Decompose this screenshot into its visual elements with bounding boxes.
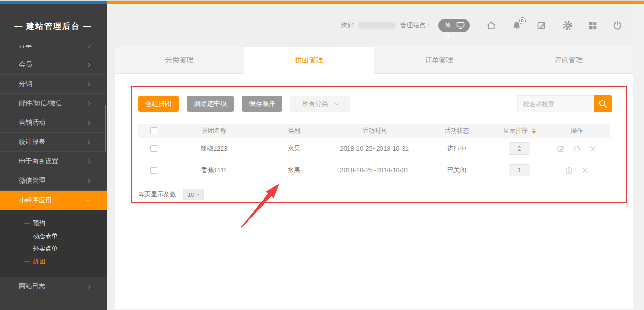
sidebar-item-miniprogram-apps[interactable]: 小程序应用: [0, 191, 107, 210]
monitor-icon: [456, 22, 465, 29]
clipboard-icon[interactable]: [565, 166, 573, 175]
delete-icon[interactable]: [589, 144, 597, 153]
chevron-right-icon: [86, 178, 91, 183]
delete-icon[interactable]: [581, 166, 589, 175]
sidebar-item-members[interactable]: 会员: [0, 55, 107, 75]
chevron-down-icon: [334, 101, 339, 105]
chevron-right-icon: [86, 159, 91, 164]
topbar: 您好 管理站点： 简 体 0: [107, 4, 632, 47]
sort-caret-icon[interactable]: [532, 128, 536, 134]
sidebar-item-wechat-management[interactable]: 微信管理: [0, 171, 107, 191]
manage-site-label: 管理站点：: [400, 21, 432, 30]
row-checkbox[interactable]: [150, 145, 157, 152]
table-row: 辣椒1223 水果 2018-10-25~2018-10-31 进行中: [138, 138, 610, 159]
app-title: — 建站管理后台 —: [0, 4, 107, 32]
notification-badge: 0: [519, 17, 526, 24]
edit-icon[interactable]: [537, 20, 548, 31]
col-header-status: 活动状态: [419, 126, 495, 135]
tab-content: 创建拼团 删除选中项 保存顺序 所有分类 拼团名称 类别: [115, 74, 633, 309]
submenu-item-dynamic-forms[interactable]: 动态表单: [0, 229, 107, 242]
tab-comment-management[interactable]: 评论管理: [504, 47, 633, 74]
scrollbar-thumb: [636, 4, 636, 310]
sort-asc-icon: [532, 128, 536, 130]
row-checkbox[interactable]: [150, 167, 157, 174]
cell-name: 香蕉1111: [169, 166, 259, 175]
chevron-right-icon: [86, 62, 91, 67]
chevron-down-icon: [86, 197, 91, 202]
apps-grid-icon[interactable]: [587, 20, 598, 31]
sidebar-item-mail-sms-wechat[interactable]: 邮件/短信/微信: [0, 94, 107, 113]
table-row: 香蕉1111 水果 2018-10-25~2018-10-31 已关闭: [138, 159, 610, 181]
col-header-sort: 显示排序: [495, 126, 544, 135]
create-groupbuy-button[interactable]: 创建拼团: [138, 96, 179, 112]
power-icon[interactable]: [612, 20, 623, 31]
sidebar: — 建站管理后台 — 订单 会员 分销 邮件/短信/微信 营销活动 统计报表 电…: [0, 4, 107, 310]
col-header-name: 拼团名称: [169, 126, 259, 135]
tab-order-management[interactable]: 订单管理: [374, 47, 504, 74]
page-size-select[interactable]: 10: [183, 189, 204, 200]
pagination: 每页显示条数 10: [138, 189, 204, 200]
sidebar-item-distribution[interactable]: 分销: [0, 75, 107, 94]
gear-icon[interactable]: [562, 20, 573, 31]
save-order-button[interactable]: 保存顺序: [242, 96, 282, 112]
search-button[interactable]: [594, 95, 612, 112]
power-icon[interactable]: [573, 144, 581, 153]
groupbuy-table: 拼团名称 类别 活动时间 活动状态 显示排序 操作 辣椒1223 水果 2: [138, 124, 610, 181]
sort-order-input[interactable]: [509, 164, 530, 176]
table-header-row: 拼团名称 类别 活动时间 活动状态 显示排序 操作: [138, 124, 610, 138]
search-icon: [598, 99, 608, 109]
sidebar-item-orders-clipped: 订单: [0, 45, 107, 55]
cell-category: 水果: [259, 144, 330, 153]
chevron-down-icon: [196, 192, 199, 195]
redacted-username: [358, 22, 396, 29]
tab-category-management[interactable]: 分类管理: [115, 47, 244, 74]
chevron-right-icon: [86, 284, 91, 289]
chevron-right-icon: [86, 45, 91, 48]
cell-status: 进行中: [419, 144, 495, 153]
cell-actions: [544, 144, 610, 153]
cell-category: 水果: [259, 166, 330, 175]
sort-desc-icon: [532, 131, 536, 134]
main-panel: 分类管理 拼团管理 订单管理 评论管理 创建拼团 删除选中项 保存顺序 所有分类: [115, 47, 633, 309]
tab-groupbuy-management[interactable]: 拼团管理: [244, 47, 374, 74]
chevron-right-icon: [86, 140, 91, 144]
edit-icon[interactable]: [557, 144, 565, 153]
col-header-category: 类别: [259, 126, 330, 135]
col-header-time: 活动时间: [330, 126, 419, 135]
submenu-item-booking[interactable]: 预约: [0, 217, 107, 229]
search-group: [517, 95, 612, 112]
cell-time: 2018-10-25~2018-10-31: [330, 167, 419, 174]
sidebar-item-marketing[interactable]: 营销活动: [0, 113, 107, 133]
page-size-label: 每页显示条数: [138, 190, 176, 199]
sidebar-item-site-logs[interactable]: 网站日志: [0, 277, 107, 296]
sidebar-item-ecommerce-settings[interactable]: 电子商务设置: [0, 152, 107, 171]
toolbar: 创建拼团 删除选中项 保存顺序 所有分类: [138, 95, 612, 112]
sidebar-submenu: 预约 动态表单 外卖点单 拼团: [0, 210, 107, 277]
sidebar-menu: 订单 会员 分销 邮件/短信/微信 营销活动 统计报表 电子商务设置 微信管理 …: [0, 45, 107, 296]
submenu-item-group-buy[interactable]: 拼团: [0, 255, 107, 268]
language-toggle-second-char: 体: [445, 33, 451, 41]
submenu-item-takeout-order[interactable]: 外卖点单: [0, 242, 107, 255]
chevron-right-icon: [86, 101, 91, 106]
cell-actions: [544, 166, 610, 175]
cell-time: 2018-10-25~2018-10-31: [330, 145, 419, 152]
chevron-right-icon: [86, 82, 91, 86]
greeting-label: 您好: [341, 21, 354, 30]
tab-bar: 分类管理 拼团管理 订单管理 评论管理: [115, 47, 633, 74]
sort-order-input[interactable]: [509, 142, 530, 155]
sidebar-item-statistics[interactable]: 统计报表: [0, 133, 107, 152]
home-icon[interactable]: [486, 20, 497, 31]
bell-icon[interactable]: 0: [511, 20, 522, 31]
cell-name: 辣椒1223: [169, 144, 259, 153]
chevron-right-icon: [86, 120, 91, 125]
sidebar-item-orders[interactable]: 订单: [0, 45, 107, 55]
sidebar-scrollbar-thumb[interactable]: [105, 105, 106, 152]
page-scrollbar[interactable]: [633, 4, 644, 310]
select-all-checkbox[interactable]: [150, 127, 157, 134]
col-header-actions: 操作: [544, 126, 610, 135]
category-filter-dropdown[interactable]: 所有分类: [290, 96, 350, 112]
delete-selected-button[interactable]: 删除选中项: [187, 96, 234, 112]
search-input[interactable]: [517, 95, 594, 112]
cell-status: 已关闭: [419, 166, 495, 175]
language-toggle[interactable]: 简 体: [438, 19, 470, 32]
